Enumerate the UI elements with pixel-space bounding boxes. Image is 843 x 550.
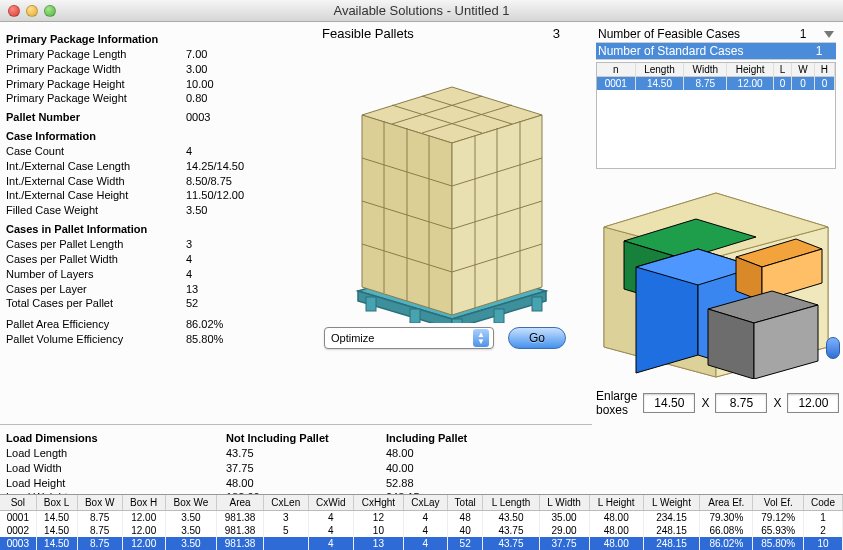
solutions-cell: 79.12% — [753, 511, 804, 525]
solutions-header[interactable]: L Length — [483, 495, 539, 511]
svg-rect-4 — [410, 309, 420, 323]
info-row: Cases per Layer13 — [6, 282, 316, 297]
solutions-header[interactable]: Box H — [122, 495, 165, 511]
case-table-header[interactable]: Height — [727, 63, 774, 77]
solutions-header[interactable]: L Height — [589, 495, 643, 511]
case-table: nLengthWidthHeightLWH 000114.508.7512.00… — [596, 62, 836, 169]
case-table-header[interactable]: Width — [684, 63, 727, 77]
info-label: Cases per Pallet Length — [6, 237, 186, 252]
feasible-cases-label: Number of Feasible Cases — [598, 27, 740, 41]
info-row: Filled Case Weight3.50 — [6, 203, 316, 218]
solutions-header[interactable]: Box We — [165, 495, 217, 511]
enlarge-boxes-label: Enlarge boxes — [596, 389, 637, 417]
solutions-row[interactable]: 000214.508.7512.003.50981.38541044043.75… — [0, 524, 843, 537]
standard-cases-row[interactable]: Number of Standard Cases 1 — [596, 43, 836, 60]
info-value: 11.50/12.00 — [186, 188, 244, 203]
solutions-header[interactable]: Vol Ef. — [753, 495, 804, 511]
solutions-header[interactable]: Area Ef. — [700, 495, 753, 511]
case-table-row[interactable]: 000114.508.7512.00000 — [597, 77, 835, 91]
pallet-visual-panel: Feasible Pallets 3 — [322, 22, 592, 424]
load-row-label: Load Height — [6, 476, 226, 491]
enlarge-height-input[interactable] — [787, 393, 839, 413]
case-3d-view — [596, 179, 834, 379]
solutions-row[interactable]: 000314.508.7512.003.50981.3841345243.753… — [0, 537, 843, 550]
solutions-cell: 0001 — [0, 511, 36, 525]
info-row: Int./External Case Length14.25/14.50 — [6, 159, 316, 174]
info-row: Int./External Case Width8.50/8.75 — [6, 174, 316, 189]
solutions-cell: 981.38 — [217, 511, 264, 525]
solutions-cell: 48.00 — [589, 537, 643, 550]
solutions-cell: 4 — [403, 524, 447, 537]
scroll-thumb[interactable] — [826, 337, 840, 359]
solutions-header[interactable]: CxLen — [263, 495, 308, 511]
solutions-cell: 14.50 — [36, 511, 77, 525]
info-label: Int./External Case Height — [6, 188, 186, 203]
case-table-header[interactable]: W — [792, 63, 815, 77]
info-label: Primary Package Width — [6, 62, 186, 77]
solutions-cell: 981.38 — [217, 537, 264, 550]
info-label: Cases per Layer — [6, 282, 186, 297]
case-table-cell: 12.00 — [727, 77, 774, 91]
load-row-nip: 43.75 — [226, 446, 386, 461]
go-button[interactable]: Go — [508, 327, 566, 349]
solutions-cell: 3 — [263, 511, 308, 525]
solutions-cell: 10 — [353, 524, 403, 537]
feasible-cases-row[interactable]: Number of Feasible Cases 1 — [596, 26, 836, 43]
solutions-header[interactable]: CxLay — [403, 495, 447, 511]
info-label: Primary Package Height — [6, 77, 186, 92]
solutions-cell: 4 — [403, 537, 447, 550]
solutions-header[interactable]: Box L — [36, 495, 77, 511]
svg-rect-3 — [366, 297, 376, 311]
solutions-header[interactable]: Area — [217, 495, 264, 511]
feasible-cases-value: 1 — [788, 27, 818, 41]
dim-x-2: X — [773, 396, 781, 410]
optimize-select[interactable]: Optimize ▲▼ — [324, 327, 494, 349]
info-row: Int./External Case Height11.50/12.00 — [6, 188, 316, 203]
case-table-header[interactable]: Length — [635, 63, 684, 77]
section-primary-package: Primary Package Information — [6, 32, 316, 47]
solutions-cell: 52 — [447, 537, 483, 550]
info-value: 10.00 — [186, 77, 214, 92]
case-table-header[interactable]: L — [774, 63, 792, 77]
enlarge-boxes-row: Enlarge boxes X X — [596, 389, 836, 417]
case-table-header[interactable]: H — [814, 63, 834, 77]
info-label: Pallet Volume Efficiency — [6, 332, 186, 347]
info-row: Cases per Pallet Width4 — [6, 252, 316, 267]
solutions-cell: 43.75 — [483, 537, 539, 550]
solutions-header[interactable]: L Weight — [643, 495, 700, 511]
enlarge-length-input[interactable] — [643, 393, 695, 413]
solutions-table: SolBox LBox WBox HBox WeAreaCxLenCxWidCx… — [0, 494, 843, 550]
solutions-cell: 12.00 — [122, 511, 165, 525]
case-table-header[interactable]: n — [597, 63, 635, 77]
pallet-number-row: Pallet Number 0003 — [6, 110, 316, 125]
solutions-cell: 43.75 — [483, 524, 539, 537]
solutions-cell: 40 — [447, 524, 483, 537]
solutions-header[interactable]: Sol — [0, 495, 36, 511]
solutions-cell: 2 — [804, 524, 843, 537]
solutions-header[interactable]: Total — [447, 495, 483, 511]
solutions-cell: 14.50 — [36, 537, 77, 550]
solutions-cell: 4 — [308, 537, 353, 550]
info-label: Filled Case Weight — [6, 203, 186, 218]
solutions-header[interactable]: Code — [804, 495, 843, 511]
section-case-info: Case Information — [6, 129, 316, 144]
solutions-cell: 0002 — [0, 524, 36, 537]
standard-cases-value: 1 — [804, 44, 834, 58]
solutions-row[interactable]: 000114.508.7512.003.50981.38341244843.50… — [0, 511, 843, 525]
info-label: Pallet Area Efficiency — [6, 317, 186, 332]
info-value: 0.80 — [186, 91, 207, 106]
enlarge-width-input[interactable] — [715, 393, 767, 413]
solutions-cell: 48 — [447, 511, 483, 525]
svg-rect-6 — [494, 309, 504, 323]
solutions-header[interactable]: Box W — [77, 495, 122, 511]
info-value: 8.50/8.75 — [186, 174, 232, 189]
solutions-cell: 3.50 — [165, 511, 217, 525]
info-value: 85.80% — [186, 332, 223, 347]
info-value: 14.25/14.50 — [186, 159, 244, 174]
solutions-header[interactable]: L Width — [539, 495, 589, 511]
optimize-select-label: Optimize — [331, 332, 374, 344]
solutions-header[interactable]: CxWid — [308, 495, 353, 511]
solutions-cell: 43.50 — [483, 511, 539, 525]
solutions-cell: 12.00 — [122, 537, 165, 550]
solutions-header[interactable]: CxHght — [353, 495, 403, 511]
